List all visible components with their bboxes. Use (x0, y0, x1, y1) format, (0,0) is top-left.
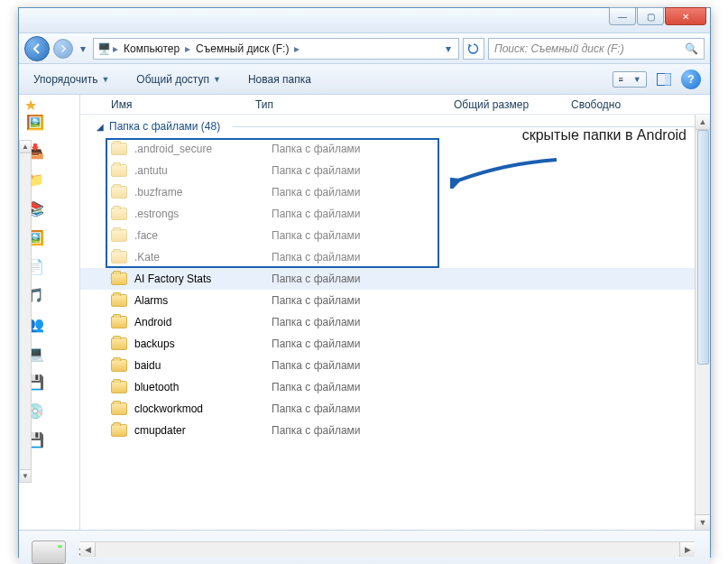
file-name: .estrongs (134, 208, 272, 220)
refresh-button[interactable] (463, 38, 484, 60)
file-type: Папка с файлами (272, 164, 470, 177)
folder-icon (111, 143, 127, 155)
scroll-thumb[interactable] (697, 130, 709, 365)
chevron-down-icon: ▼ (213, 75, 221, 84)
file-row[interactable]: .estrongsПапка с файлами (80, 203, 710, 225)
chevron-down-icon: ▼ (633, 75, 641, 84)
folder-icon (111, 164, 127, 177)
folder-icon (111, 251, 127, 264)
file-type: Папка с файлами (272, 316, 470, 328)
chevron-right-icon: ▸ (113, 42, 118, 55)
history-dropdown-icon[interactable]: ▾ (77, 36, 89, 61)
file-type: Папка с файлами (272, 186, 470, 199)
list-icon: ≡ (618, 75, 622, 84)
file-name: clockworkmod (134, 402, 272, 415)
file-list: Имя Тип Общий размер Свободно ◢ Папка с … (80, 95, 710, 530)
column-headers: Имя Тип Общий размер Свободно (80, 95, 710, 115)
file-type: Папка с файлами (272, 381, 470, 393)
chevron-down-icon: ▼ (101, 75, 109, 84)
col-totalsize[interactable]: Общий размер (447, 98, 564, 111)
file-row[interactable]: .KateПапка с файлами (80, 246, 710, 268)
file-name: cmupdater (134, 424, 272, 437)
close-button[interactable]: ✕ (665, 7, 706, 25)
folder-icon (111, 316, 127, 328)
maximize-button[interactable]: ▢ (637, 7, 664, 25)
new-folder-label: Новая папка (248, 73, 311, 86)
file-name: baidu (134, 359, 272, 372)
file-row[interactable]: cmupdaterПапка с файлами (80, 420, 710, 441)
file-row[interactable]: bluetoothПапка с файлами (80, 376, 710, 398)
scroll-left-icon[interactable]: ◀ (80, 542, 96, 557)
col-name[interactable]: Имя (104, 98, 248, 111)
folder-icon (111, 337, 127, 350)
file-row[interactable]: .faceПапка с файлами (80, 225, 710, 246)
file-type: Папка с файлами (272, 294, 470, 307)
file-row[interactable]: clockworkmodПапка с файлами (80, 398, 710, 420)
file-name: .Kate (134, 251, 272, 264)
folder-icon (111, 294, 127, 307)
folder-icon (111, 208, 127, 220)
col-free[interactable]: Свободно (564, 98, 710, 111)
file-row[interactable]: backupsПапка с файлами (80, 333, 710, 355)
preview-pane-button[interactable] (654, 69, 674, 89)
file-name: .android_secure (134, 143, 272, 155)
chevron-right-icon: ▸ (185, 42, 190, 55)
file-type: Папка с файлами (272, 229, 470, 242)
titlebar: — ▢ ✕ (19, 8, 710, 33)
breadcrumb-drive[interactable]: Съемный диск (F:) (192, 42, 292, 55)
file-row[interactable]: .buzframeПапка с файлами (80, 181, 710, 203)
sidebar-desktop-icon[interactable]: 🖼️ (26, 113, 44, 131)
col-type[interactable]: Тип (248, 98, 447, 111)
favorites-star-icon: ★ (24, 97, 37, 114)
explorer-window: — ▢ ✕ ▾ 🖥️ ▸ Компьютер ▸ Съемный диск (F… (18, 7, 711, 558)
forward-button[interactable] (53, 39, 73, 59)
folder-icon (111, 273, 127, 285)
back-button[interactable] (24, 36, 50, 61)
help-button[interactable]: ? (681, 69, 701, 89)
horizontal-scrollbar[interactable]: ◀ ▶ (80, 541, 695, 557)
file-name: .buzframe (134, 186, 272, 199)
file-row[interactable]: baiduПапка с файлами (80, 355, 710, 376)
nav-pane-scrollbar[interactable]: ▲ ▼ (19, 140, 32, 483)
file-row[interactable]: AndroidПапка с файлами (80, 311, 710, 333)
svg-rect-1 (665, 73, 671, 85)
file-row[interactable]: AlarmsПапка с файлами (80, 290, 710, 311)
file-name: .antutu (134, 164, 272, 177)
scroll-up-icon[interactable]: ▲ (696, 115, 710, 130)
view-mode-selector[interactable]: ≡ ▼ (613, 71, 647, 88)
folder-icon (111, 186, 127, 199)
file-name: Alarms (134, 294, 272, 307)
address-dropdown-icon[interactable]: ▾ (442, 42, 455, 55)
vertical-scrollbar[interactable]: ▲ ▼ (695, 115, 710, 530)
minimize-button[interactable]: — (609, 7, 636, 25)
folder-icon (111, 359, 127, 372)
breadcrumb-computer[interactable]: Компьютер (120, 42, 183, 55)
organize-menu[interactable]: Упорядочить ▼ (28, 69, 115, 89)
file-row[interactable]: AI Factory StatsПапка с файлами (80, 268, 710, 290)
collapse-caret-icon: ◢ (97, 122, 104, 132)
file-type: Папка с файлами (272, 337, 470, 350)
organize-label: Упорядочить (33, 73, 97, 86)
file-row[interactable]: .antutuПапка с файлами (80, 160, 710, 181)
address-bar[interactable]: 🖥️ ▸ Компьютер ▸ Съемный диск (F:) ▸ ▾ (93, 38, 459, 60)
scroll-down-icon[interactable]: ▼ (20, 469, 31, 482)
file-type: Папка с файлами (272, 273, 470, 285)
scroll-down-icon[interactable]: ▼ (696, 514, 710, 530)
folder-icon (111, 381, 127, 393)
search-icon: 🔍 (685, 42, 698, 55)
folder-icon (111, 229, 127, 242)
file-name: .face (134, 229, 272, 242)
file-type: Папка с файлами (272, 359, 470, 372)
scroll-up-icon[interactable]: ▲ (20, 141, 31, 153)
computer-icon: 🖥️ (97, 42, 111, 55)
search-input[interactable]: Поиск: Съемный диск (F:) 🔍 (488, 38, 705, 60)
scroll-right-icon[interactable]: ▶ (679, 542, 695, 557)
file-type: Папка с файлами (272, 402, 470, 415)
new-folder-button[interactable]: Новая папка (243, 69, 317, 89)
share-menu[interactable]: Общий доступ ▼ (131, 69, 226, 89)
folder-icon (111, 402, 127, 415)
search-placeholder: Поиск: Съемный диск (F:) (494, 42, 624, 55)
file-type: Папка с файлами (272, 143, 470, 155)
group-label: Папка с файлами (48) (109, 120, 220, 133)
drive-icon (32, 541, 66, 564)
